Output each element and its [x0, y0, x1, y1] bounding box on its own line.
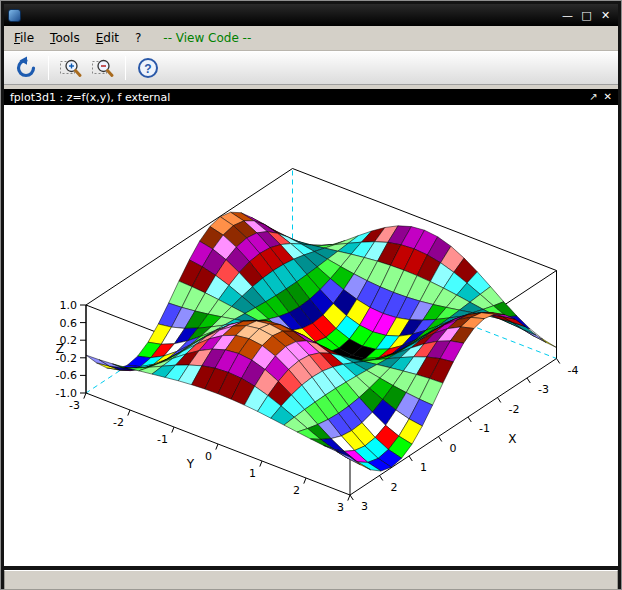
menu-file[interactable]: File	[6, 28, 42, 48]
minimize-button[interactable]: —	[559, 8, 576, 23]
svg-text:-1: -1	[157, 433, 168, 446]
svg-text:-2: -2	[509, 403, 520, 416]
zoom-out-icon	[91, 56, 115, 80]
svg-text:3: 3	[361, 500, 368, 513]
undock-icon[interactable]: ↗	[589, 89, 597, 105]
surface-plot-svg[interactable]: 3210-1-2-3-4X-3-2-10123Y1.00.60.2-0.2-0.…	[4, 105, 618, 566]
toolbar-separator	[48, 56, 49, 80]
svg-text:-1: -1	[479, 422, 490, 435]
help-icon: ?	[136, 56, 160, 80]
svg-text:Y: Y	[186, 457, 195, 471]
figure-dock-bar[interactable]: fplot3d1 : z=f(x,y), f external ↗ ✕	[4, 89, 618, 105]
menu-view-code[interactable]: -- View Code --	[155, 28, 259, 48]
svg-text:-4: -4	[568, 364, 579, 377]
svg-text:1: 1	[420, 461, 427, 474]
close-button[interactable]: ✕	[597, 8, 614, 23]
svg-text:-2: -2	[113, 416, 124, 429]
toolbar: ?	[4, 51, 618, 85]
svg-text:-1.0: -1.0	[56, 387, 77, 400]
figure-title: fplot3d1 : z=f(x,y), f external	[10, 91, 170, 104]
window-icon	[8, 9, 21, 22]
plot-canvas[interactable]: 3210-1-2-3-4X-3-2-10123Y1.00.60.2-0.2-0.…	[4, 105, 618, 566]
svg-text:0: 0	[205, 450, 212, 463]
maximize-button[interactable]: □	[578, 8, 595, 23]
svg-text:2: 2	[293, 484, 300, 497]
svg-text:0.6: 0.6	[60, 317, 78, 330]
svg-text:2: 2	[391, 481, 398, 494]
menu-edit[interactable]: Edit	[88, 28, 127, 48]
menu-tools[interactable]: Tools	[42, 28, 88, 48]
dock-close-icon[interactable]: ✕	[604, 89, 612, 105]
zoom-area-button[interactable]	[56, 53, 86, 83]
svg-text:-3: -3	[69, 399, 80, 412]
svg-text:?: ?	[144, 62, 151, 76]
title-bar[interactable]: — □ ✕	[4, 4, 618, 26]
menu-bar: File Tools Edit ? -- View Code --	[4, 26, 618, 51]
help-button[interactable]: ?	[133, 53, 163, 83]
svg-text:X: X	[508, 432, 516, 446]
svg-text:0: 0	[450, 442, 457, 455]
rotate-button[interactable]	[11, 53, 41, 83]
status-bar	[4, 570, 618, 590]
svg-text:-0.6: -0.6	[56, 369, 77, 382]
svg-text:1: 1	[249, 467, 256, 480]
svg-text:-3: -3	[538, 383, 549, 396]
scilab-graphic-window: — □ ✕ File Tools Edit ? -- View Code --	[0, 0, 622, 590]
menu-help[interactable]: ?	[127, 28, 149, 48]
svg-text:1.0: 1.0	[60, 299, 78, 312]
unzoom-button[interactable]	[88, 53, 118, 83]
zoom-in-icon	[59, 56, 83, 80]
svg-text:Z: Z	[56, 342, 64, 356]
rotate-icon	[14, 56, 38, 80]
toolbar-separator	[125, 56, 126, 80]
svg-text:3: 3	[337, 501, 344, 514]
